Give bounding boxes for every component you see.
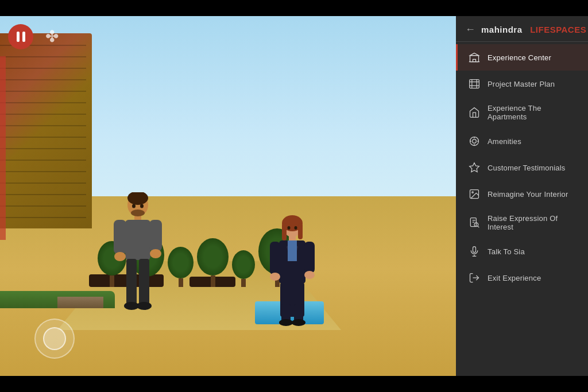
menu-item-experience-apartments[interactable]: Experience The Apartments: [456, 97, 588, 128]
svg-rect-24: [270, 242, 280, 275]
main-content: ✤ ← mahindra LIFESPACES: [0, 16, 588, 376]
svg-rect-4: [114, 220, 126, 254]
dpad-control[interactable]: ✤: [41, 26, 62, 47]
brand-name-lifespaces: LIFESPACES: [530, 25, 586, 34]
svg-rect-18: [298, 223, 303, 239]
dpad-icon: ✤: [45, 29, 59, 45]
menu-item-experience-center[interactable]: Experience Center: [456, 44, 588, 71]
svg-rect-36: [470, 80, 479, 88]
menu-label-amenities: Amenities: [488, 137, 521, 146]
bottom-bar: [0, 376, 588, 392]
svg-rect-9: [139, 259, 149, 305]
game-viewport[interactable]: ✤: [0, 16, 456, 376]
exit-icon: [468, 271, 481, 284]
menu-label-experience-center: Experience Center: [488, 53, 551, 62]
svg-marker-39: [470, 163, 479, 172]
svg-point-13: [140, 204, 144, 208]
svg-rect-17: [282, 223, 287, 240]
map-icon: [468, 77, 481, 90]
svg-point-41: [472, 192, 474, 193]
tree-4: [197, 238, 229, 287]
menu-list: Experience Center Project Master Plan: [456, 42, 588, 376]
menu-item-raise-expression[interactable]: Raise Expression Of Interest: [456, 207, 588, 238]
right-panel: ← mahindra LIFESPACES: [456, 16, 588, 376]
svg-rect-35: [470, 56, 479, 62]
pause-button[interactable]: [8, 24, 33, 49]
menu-label-customer-testimonials: Customer Testimonials: [488, 164, 565, 172]
svg-point-14: [131, 209, 145, 216]
svg-point-31: [279, 319, 293, 326]
svg-rect-19: [289, 235, 296, 240]
svg-rect-30: [294, 304, 303, 321]
stairs: [57, 297, 103, 308]
joystick-control[interactable]: [34, 319, 75, 359]
svg-rect-8: [126, 259, 137, 305]
svg-point-6: [114, 252, 126, 261]
brand-logo: mahindra LIFESPACES: [481, 25, 586, 34]
svg-point-32: [292, 319, 305, 326]
brand-separator: [525, 25, 528, 34]
mic-icon: [468, 245, 481, 258]
svg-rect-25: [304, 242, 315, 273]
menu-item-exit-experience[interactable]: Exit Experience: [456, 265, 588, 291]
svg-rect-29: [281, 304, 291, 321]
menu-item-reimagine-interior[interactable]: Reimagine Your Interior: [456, 181, 588, 207]
character-female: [266, 215, 318, 330]
svg-rect-44: [473, 247, 476, 253]
svg-point-12: [132, 204, 136, 208]
brand-header: ← mahindra LIFESPACES: [456, 16, 588, 42]
image-icon: [468, 188, 481, 200]
back-button[interactable]: ←: [465, 24, 475, 34]
svg-point-38: [473, 139, 477, 143]
menu-label-talk-to-sia: Talk To Sia: [488, 247, 525, 256]
svg-point-26: [270, 273, 280, 281]
joystick-knob: [43, 327, 66, 350]
app-container: ✤ ← mahindra LIFESPACES: [0, 0, 588, 392]
building-accent: [0, 56, 6, 240]
amenities-icon: [468, 135, 481, 148]
search-doc-icon: [468, 216, 481, 229]
svg-point-33: [288, 226, 291, 230]
svg-point-11: [137, 302, 152, 310]
menu-label-raise-expression: Raise Expression Of Interest: [488, 214, 578, 231]
character-male: [109, 192, 167, 319]
home-icon: [468, 106, 481, 119]
menu-label-project-master-plan: Project Master Plan: [488, 80, 555, 88]
building-left: [0, 33, 92, 228]
svg-point-34: [295, 226, 297, 230]
svg-rect-23: [288, 240, 297, 261]
svg-rect-5: [149, 220, 162, 251]
menu-label-exit-experience: Exit Experience: [488, 274, 541, 282]
pause-icon: [17, 32, 25, 42]
brand-name-mahindra: mahindra: [481, 25, 523, 34]
tree-5: [232, 250, 255, 287]
svg-point-7: [150, 249, 161, 258]
menu-item-project-master-plan[interactable]: Project Master Plan: [456, 71, 588, 97]
menu-item-customer-testimonials[interactable]: Customer Testimonials: [456, 154, 588, 181]
menu-label-experience-apartments: Experience The Apartments: [488, 104, 578, 121]
menu-label-reimagine-interior: Reimagine Your Interior: [488, 190, 568, 199]
menu-item-talk-to-sia[interactable]: Talk To Sia: [456, 238, 588, 265]
building-icon: [468, 51, 481, 64]
top-bar: [0, 0, 588, 16]
tree-3: [168, 247, 194, 287]
svg-point-27: [304, 271, 315, 279]
star-icon: [468, 161, 481, 174]
svg-rect-3: [125, 220, 150, 260]
menu-item-amenities[interactable]: Amenities: [456, 128, 588, 154]
